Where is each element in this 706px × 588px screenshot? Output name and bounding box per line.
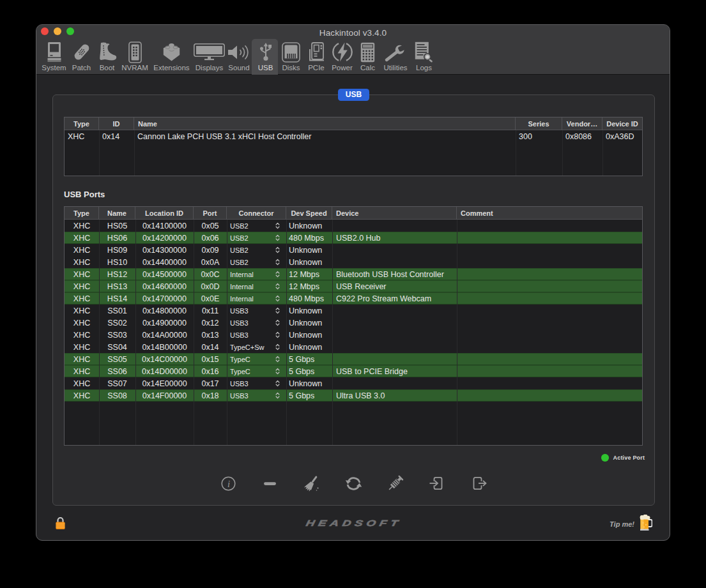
svg-text:i: i (227, 478, 230, 488)
